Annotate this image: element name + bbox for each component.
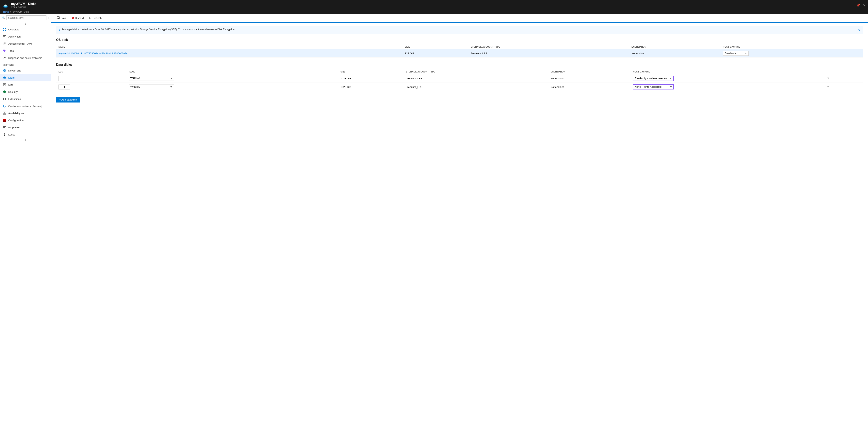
- data-disk-0-lun-input[interactable]: [59, 76, 70, 81]
- svg-point-12: [4, 42, 6, 44]
- info-banner-text: Managed disks created since June 10, 201…: [62, 28, 235, 31]
- info-banner-external-link[interactable]: ⧉: [858, 28, 860, 31]
- discard-icon: ✕: [72, 17, 74, 20]
- data-disk-row-1: WADisk2 1023 GiB Premium_LRS Not enabled…: [56, 83, 863, 91]
- sidebar-item-availability-set[interactable]: Availability set: [0, 109, 51, 117]
- sidebar-item-extensions[interactable]: Extensions: [0, 95, 51, 102]
- data-disk-1-size-cell: 1023 GiB: [338, 83, 403, 91]
- data-disk-1-lun-input[interactable]: [59, 85, 70, 90]
- data-disks-col-host-caching: HOST CACHING: [630, 69, 823, 74]
- sidebar-item-overview[interactable]: Overview: [0, 26, 51, 33]
- data-disk-0-name-cell: WADisk1: [126, 74, 338, 83]
- data-disk-0-host-caching-select[interactable]: None Read-only Read/write Read-only + Wr…: [633, 76, 674, 81]
- sidebar-item-continuous-delivery[interactable]: Continuous delivery (Preview): [0, 102, 51, 109]
- sidebar-item-properties[interactable]: Properties: [0, 124, 51, 131]
- add-data-disk-button[interactable]: + Add data disk: [56, 97, 80, 102]
- os-disk-name-cell: myWAVM_OsDisk_1_f8678795084e451c8bfdb837…: [56, 50, 402, 58]
- close-icon[interactable]: ✕: [863, 3, 866, 7]
- sidebar-item-size[interactable]: Size: [0, 81, 51, 88]
- svg-rect-29: [3, 126, 6, 127]
- os-disk-storage-type-cell: Premium_LRS: [468, 50, 629, 58]
- locks-icon: [3, 133, 6, 136]
- sidebar-item-security[interactable]: Security: [0, 88, 51, 95]
- data-disk-0-write-accel-icon[interactable]: [827, 77, 830, 81]
- svg-rect-7: [3, 35, 6, 36]
- sidebar-item-properties-label: Properties: [8, 126, 20, 129]
- data-disk-1-name-select[interactable]: WADisk2: [129, 85, 174, 89]
- data-disk-1-storage-type-cell: Premium_LRS: [403, 83, 548, 91]
- app-title: myWAVM - Disks Virtual machine: [11, 2, 36, 8]
- os-disk-host-caching-select[interactable]: None Read-only Read/write: [723, 51, 749, 56]
- svg-rect-25: [5, 114, 6, 115]
- svg-rect-28: [3, 121, 6, 122]
- data-disk-0-size-cell: 1023 GiB: [338, 74, 403, 83]
- os-disk-name-link[interactable]: myWAVM_OsDisk_1_f8678795084e451c8bfdb837…: [59, 52, 128, 55]
- svg-rect-18: [3, 98, 4, 99]
- os-disk-title: OS disk: [56, 38, 863, 42]
- sidebar-item-size-label: Size: [8, 83, 13, 86]
- security-icon: [3, 90, 6, 94]
- top-bar: myWAVM - Disks Virtual machine 📌 ✕: [0, 0, 868, 10]
- discard-label: Discard: [75, 17, 84, 20]
- os-disk-section: OS disk NAME SIZE STORAGE ACCOUNT TYPE E…: [56, 38, 863, 58]
- pin-icon[interactable]: 📌: [856, 3, 860, 7]
- svg-rect-30: [3, 127, 5, 128]
- sidebar: 🔍 « ▲ Overview Activity log: [0, 14, 51, 443]
- data-disks-title: Data disks: [56, 63, 863, 67]
- os-disk-col-name: NAME: [56, 44, 402, 50]
- data-disks-col-size: SIZE: [338, 69, 403, 74]
- refresh-button[interactable]: Refresh: [87, 15, 104, 21]
- os-disk-header-row: NAME SIZE STORAGE ACCOUNT TYPE ENCRYPTIO…: [56, 44, 863, 50]
- data-disk-0-name-select[interactable]: WADisk1: [129, 76, 174, 81]
- data-disks-header-row: LUN NAME SIZE STORAGE ACCOUNT TYPE ENCRY…: [56, 69, 863, 74]
- sidebar-item-activity-log[interactable]: Activity log: [0, 33, 51, 40]
- sidebar-item-diagnose[interactable]: Diagnose and solve problems: [0, 54, 51, 61]
- svg-rect-23: [5, 112, 6, 113]
- continuous-delivery-icon: [3, 104, 6, 108]
- data-disk-1-encryption-cell: Not enabled: [548, 83, 630, 91]
- breadcrumb: Home > myWAVM - Disks: [0, 10, 868, 14]
- sidebar-item-disks[interactable]: Disks: [0, 74, 51, 81]
- data-disks-col-storage-type: STORAGE ACCOUNT TYPE: [403, 69, 548, 74]
- sidebar-item-extensions-label: Extensions: [8, 98, 21, 100]
- breadcrumb-page: myWAVM - Disks: [13, 11, 29, 13]
- main-layout: 🔍 « ▲ Overview Activity log: [0, 14, 868, 443]
- extensions-icon: [3, 97, 6, 101]
- app-title-sub: Virtual machine: [11, 6, 36, 8]
- os-disk-row: myWAVM_OsDisk_1_f8678795084e451c8bfdb837…: [56, 50, 863, 58]
- sidebar-item-networking[interactable]: Networking: [0, 67, 51, 74]
- os-disk-host-caching-cell: None Read-only Read/write: [721, 50, 863, 58]
- save-button[interactable]: Save: [55, 15, 69, 21]
- disks-icon: [3, 76, 6, 80]
- breadcrumb-home[interactable]: Home: [3, 11, 9, 13]
- refresh-label: Refresh: [93, 17, 102, 20]
- data-disks-col-lun: LUN: [56, 69, 126, 74]
- os-disk-col-size: SIZE: [402, 44, 468, 50]
- svg-rect-32: [4, 134, 5, 136]
- data-disk-0-storage-type-cell: Premium_LRS: [403, 74, 548, 83]
- tags-icon: [3, 49, 6, 53]
- properties-icon: [3, 126, 6, 129]
- networking-icon: [3, 69, 6, 72]
- sidebar-collapse-button[interactable]: «: [48, 16, 49, 19]
- discard-button[interactable]: ✕ Discard: [69, 15, 86, 21]
- sidebar-item-disks-label: Disks: [8, 76, 14, 79]
- svg-rect-35: [58, 18, 59, 19]
- sidebar-item-security-label: Security: [8, 91, 18, 93]
- activity-log-icon: [3, 35, 6, 38]
- svg-rect-22: [3, 112, 4, 113]
- search-input[interactable]: [6, 15, 46, 20]
- sidebar-item-configuration[interactable]: Configuration: [0, 117, 51, 124]
- sidebar-item-locks[interactable]: Locks: [0, 131, 51, 138]
- data-disk-1-host-caching-select[interactable]: None Read-only Read/write Read-only + Wr…: [633, 84, 674, 90]
- access-control-icon: [3, 42, 6, 45]
- sidebar-item-activity-log-label: Activity log: [8, 35, 21, 38]
- page-content: ℹ Managed disks created since June 10, 2…: [51, 23, 868, 443]
- data-disk-1-write-accel-icon[interactable]: [827, 86, 830, 89]
- data-disk-0-encryption-cell: Not enabled: [548, 74, 630, 83]
- configuration-icon: [3, 119, 6, 122]
- sidebar-item-tags-label: Tags: [8, 50, 13, 52]
- sidebar-item-access-control[interactable]: Access control (IAM): [0, 40, 51, 47]
- sidebar-item-tags[interactable]: Tags: [0, 47, 51, 54]
- breadcrumb-sep: >: [10, 11, 11, 13]
